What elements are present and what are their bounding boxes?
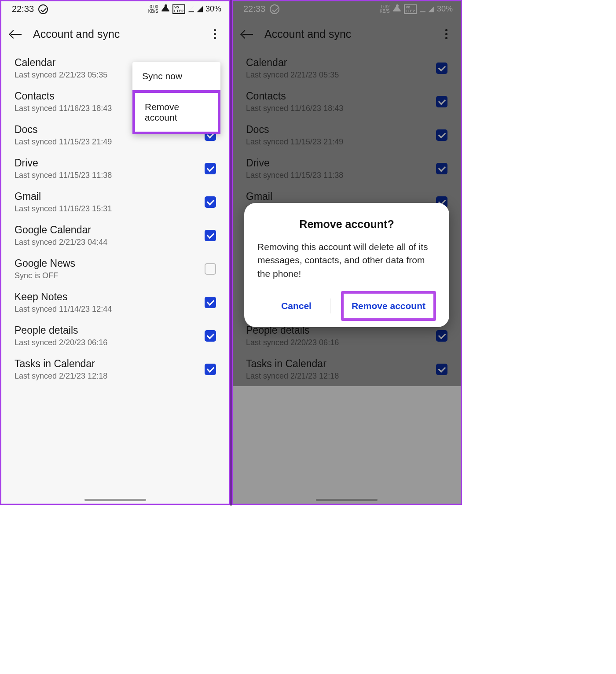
sync-item[interactable]: Google CalendarLast synced 2/21/23 04:44 [1, 219, 229, 252]
sync-checkbox[interactable] [205, 230, 216, 241]
menu-sync-now[interactable]: Sync now [132, 62, 220, 90]
sync-checkbox[interactable] [205, 196, 216, 208]
overflow-menu-icon[interactable] [209, 26, 220, 42]
back-icon[interactable] [10, 30, 23, 39]
lte-icon: VoLTE2 [172, 4, 185, 14]
task-icon [38, 4, 48, 14]
sync-item-name: Calendar [15, 57, 107, 69]
sync-item-name: Google Calendar [15, 224, 107, 236]
sync-item-sub: Last synced 2/20/23 06:16 [15, 338, 107, 347]
battery-text: 30% [205, 4, 221, 14]
net-speed: 0.00KB/S [148, 5, 158, 14]
sync-item[interactable]: Tasks in CalendarLast synced 2/21/23 12:… [1, 353, 229, 386]
sync-item-name: Gmail [15, 191, 112, 203]
sync-item-sub: Last synced 11/16/23 18:43 [15, 104, 112, 113]
sync-item[interactable]: GmailLast synced 11/16/23 15:31 [1, 185, 229, 219]
sync-item[interactable]: Google NewsSync is OFF [1, 252, 229, 286]
sync-item-name: Drive [15, 157, 112, 169]
sync-item-sub: Sync is OFF [15, 271, 75, 280]
remove-account-button[interactable]: Remove account [341, 291, 436, 321]
wifi-icon [161, 5, 170, 11]
page-title: Account and sync [33, 28, 200, 41]
status-time: 22:33 [12, 4, 34, 14]
phone-left: 22:33 0.00KB/S VoLTE2 30% Account and sy… [0, 0, 231, 505]
sync-item-name: Tasks in Calendar [15, 358, 107, 370]
home-indicator[interactable] [316, 499, 378, 501]
menu-remove-account[interactable]: Remove account [132, 90, 220, 134]
sync-item-name: People details [15, 324, 107, 336]
sync-item-name: Docs [15, 124, 112, 136]
phone-right: 22:33 0.32KB/S VoLTE2 30% Account and sy… [231, 0, 462, 505]
sync-item[interactable]: Keep NotesLast synced 11/14/23 12:44 [1, 286, 229, 319]
sync-item-sub: Last synced 11/14/23 12:44 [15, 305, 112, 314]
dialog-title: Remove account? [257, 218, 436, 231]
sync-checkbox[interactable] [205, 297, 216, 308]
cancel-button[interactable]: Cancel [273, 294, 319, 318]
sync-item-sub: Last synced 11/15/23 11:38 [15, 171, 112, 180]
sync-item-sub: Last synced 11/16/23 15:31 [15, 204, 112, 214]
remove-account-dialog: Remove account? Removing this account wi… [244, 203, 449, 327]
sync-item-name: Keep Notes [15, 291, 112, 303]
sync-item-sub: Last synced 11/15/23 21:49 [15, 137, 112, 147]
sync-item[interactable]: People detailsLast synced 2/20/23 06:16 [1, 319, 229, 353]
home-indicator[interactable] [84, 499, 146, 501]
signal-2-icon [197, 6, 203, 12]
status-bar: 22:33 0.00KB/S VoLTE2 30% [1, 1, 229, 15]
sync-checkbox[interactable] [205, 163, 216, 174]
dialog-divider [330, 298, 330, 313]
sync-item-sub: Last synced 2/21/23 04:44 [15, 238, 107, 247]
overflow-menu: Sync now Remove account [132, 62, 220, 134]
sync-checkbox[interactable] [205, 330, 216, 342]
sync-item-sub: Last synced 2/21/23 12:18 [15, 372, 107, 381]
signal-1-icon [188, 6, 194, 12]
sync-item-name: Contacts [15, 90, 112, 102]
app-bar: Account and sync [1, 15, 229, 49]
dialog-body: Removing this account will delete all of… [257, 240, 436, 280]
sync-checkbox[interactable] [205, 364, 216, 375]
sync-item[interactable]: DriveLast synced 11/15/23 11:38 [1, 152, 229, 185]
sync-item-name: Google News [15, 258, 75, 269]
sync-checkbox[interactable] [205, 263, 216, 275]
sync-item-sub: Last synced 2/21/23 05:35 [15, 70, 107, 80]
